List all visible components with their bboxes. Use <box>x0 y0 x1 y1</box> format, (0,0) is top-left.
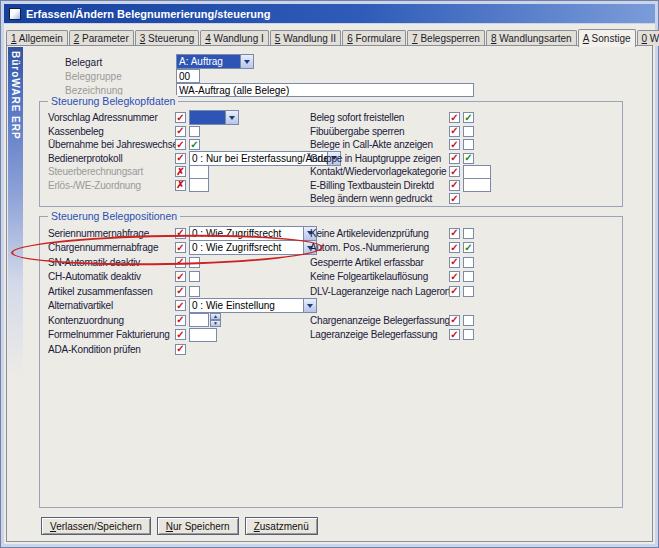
kontenzuordnung-field[interactable] <box>189 313 209 327</box>
tab-steuerung[interactable]: 3 Steuerung <box>135 30 200 46</box>
field-label: Formelnummer Fakturierung <box>48 329 175 340</box>
tristate-checkbox[interactable] <box>175 329 186 340</box>
tristate-checkbox[interactable] <box>449 257 460 268</box>
nur-speichern-button[interactable]: Nur Speichern <box>157 517 239 535</box>
tristate-checkbox[interactable] <box>449 286 460 297</box>
tristate-checkbox[interactable] <box>449 329 460 340</box>
tristate-checkbox[interactable] <box>449 153 460 164</box>
field-label: Erlös-/WE-Zuordnung <box>48 180 175 191</box>
flag-checkbox[interactable] <box>189 286 200 297</box>
tristate-checkbox[interactable] <box>449 193 460 204</box>
quantity-stepper[interactable]: ▲ ▼ <box>210 313 221 327</box>
tristate-checkbox[interactable] <box>449 112 460 123</box>
field-row: Chargenanzeige Belegerfassung <box>310 313 620 328</box>
tristate-checkbox[interactable] <box>175 112 186 123</box>
field-row: Steuerberechnungsart <box>48 165 310 179</box>
alternativartikel-combo[interactable]: 0 : Wie Einstellung <box>189 298 317 313</box>
tristate-checkbox[interactable] <box>175 228 186 239</box>
field-row: Seriennummernabfrage 0 : Wie Zugriffsrec… <box>48 226 310 241</box>
wiedervorlagekategorie-field[interactable] <box>463 165 491 179</box>
field-label: Kontakt/Wiedervorlagekategorie <box>310 166 449 177</box>
zusatzmenue-button[interactable]: Zusatzmenü <box>245 517 318 535</box>
tab-formulare[interactable]: 6 Formulare <box>342 30 406 46</box>
field-label: Belege in Call-Akte anzeigen <box>310 139 449 150</box>
erloes-we-zuordnung-field[interactable] <box>189 178 209 192</box>
chevron-down-icon[interactable] <box>225 111 238 124</box>
tristate-checkbox[interactable] <box>175 153 186 164</box>
tab-allgemein[interactable]: 1 Allgemein <box>6 30 68 46</box>
tristate-checkbox[interactable] <box>175 315 186 326</box>
field-row: Belege in Call-Akte anzeigen <box>310 138 620 152</box>
flag-checkbox[interactable] <box>189 257 200 268</box>
field-label: Fibuübergabe sperren <box>310 126 449 137</box>
flag-checkbox[interactable] <box>189 271 200 282</box>
steuerberechnungsart-field[interactable] <box>189 165 209 179</box>
spin-up-icon[interactable]: ▲ <box>210 313 221 320</box>
ebilling-textbaustein-field[interactable] <box>463 178 491 192</box>
tab-page: BüroWARE ERP Belegart A: Auftrag Beleggr… <box>6 45 653 542</box>
pos-right-column: Keine Artikelevidenzprüfung Autom. Pos.-… <box>310 226 620 342</box>
tristate-checkbox[interactable] <box>449 180 460 191</box>
flag-checkbox[interactable] <box>189 126 200 137</box>
tristate-checkbox[interactable] <box>175 180 186 191</box>
flag-checkbox[interactable] <box>463 271 474 282</box>
tab-wandlung-2[interactable]: 5 Wandlung II <box>270 30 341 46</box>
tristate-checkbox[interactable] <box>175 126 186 137</box>
bezeichnung-field[interactable] <box>176 83 474 97</box>
flag-checkbox[interactable] <box>463 257 474 268</box>
tab-wfl-tb[interactable]: 0 WFL/TB <box>637 30 659 46</box>
field-row: Formelnummer Fakturierung <box>48 328 310 343</box>
flag-checkbox[interactable] <box>463 329 474 340</box>
tristate-checkbox[interactable] <box>175 257 186 268</box>
field-label: Vorschlag Adressnummer <box>48 112 175 123</box>
tristate-checkbox[interactable] <box>449 166 460 177</box>
seriennummernabfrage-combo[interactable]: 0 : Wie Zugriffsrecht <box>189 226 317 241</box>
tristate-checkbox[interactable] <box>175 344 186 355</box>
flag-checkbox[interactable] <box>463 315 474 326</box>
tab-wandlung-1[interactable]: 4 Wandlung I <box>200 30 269 46</box>
belegart-combo[interactable]: A: Auftrag <box>176 54 254 69</box>
flag-checkbox[interactable] <box>463 228 474 239</box>
flag-checkbox[interactable] <box>463 139 474 150</box>
tristate-checkbox[interactable] <box>449 271 460 282</box>
field-label: Steuerberechnungsart <box>48 166 175 177</box>
tristate-checkbox[interactable] <box>175 300 186 311</box>
field-row: Vorschlag Adressnummer <box>48 111 310 125</box>
tristate-checkbox[interactable] <box>175 242 186 253</box>
spin-down-icon[interactable]: ▼ <box>210 320 221 327</box>
formelnummer-field[interactable] <box>189 328 217 342</box>
flag-checkbox[interactable] <box>189 139 200 150</box>
tristate-checkbox[interactable] <box>175 286 186 297</box>
flag-checkbox[interactable] <box>463 112 474 123</box>
flag-checkbox[interactable] <box>463 153 474 164</box>
flag-checkbox[interactable] <box>463 286 474 297</box>
tristate-checkbox[interactable] <box>449 242 460 253</box>
tristate-checkbox[interactable] <box>449 315 460 326</box>
tristate-checkbox[interactable] <box>449 126 460 137</box>
client-area: 1 Allgemein 2 Parameter 3 Steuerung 4 Wa… <box>4 24 655 544</box>
tristate-checkbox[interactable] <box>175 166 186 177</box>
field-row: Kontakt/Wiedervorlagekategorie <box>310 165 620 179</box>
beleggruppe-field[interactable] <box>176 69 200 83</box>
field-label: Alternativartikel <box>48 300 175 311</box>
tristate-checkbox[interactable] <box>175 271 186 282</box>
tab-belegsperren[interactable]: 7 Belegsperren <box>407 30 485 46</box>
chargennummernabfrage-combo[interactable]: 0 : Wie Zugriffsrecht <box>189 240 317 255</box>
field-label: ADA-Kondition prüfen <box>48 344 175 355</box>
tristate-checkbox[interactable] <box>175 139 186 150</box>
chevron-down-icon[interactable] <box>240 55 253 68</box>
field-row: Keine Folgeartikelauflösung <box>310 270 620 285</box>
tab-sonstige[interactable]: A Sonstige <box>578 29 636 47</box>
field-row: ADA-Kondition prüfen <box>48 342 310 357</box>
tristate-checkbox[interactable] <box>449 139 460 150</box>
brand-text: BüroWARE ERP <box>10 47 21 140</box>
field-label: Übernahme bei Jahreswechsel <box>48 139 175 150</box>
flag-checkbox[interactable] <box>463 126 474 137</box>
tab-wandlungsarten[interactable]: 8 Wandlungsarten <box>486 30 577 46</box>
tristate-checkbox[interactable] <box>449 228 460 239</box>
flag-checkbox[interactable] <box>463 242 474 253</box>
tab-parameter[interactable]: 2 Parameter <box>69 30 134 46</box>
adressnummer-combo[interactable] <box>189 110 239 125</box>
verlassen-speichern-button[interactable]: Verlassen/Speichern <box>41 517 151 535</box>
field-row: Beleg ändern wenn gedruckt <box>310 192 620 206</box>
